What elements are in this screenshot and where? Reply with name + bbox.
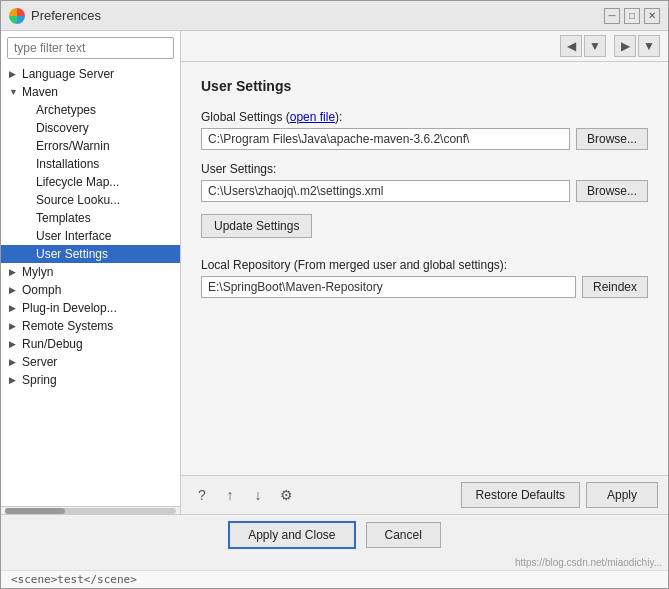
local-repo-label: Local Repository (From merged user and g… xyxy=(201,258,648,272)
window-title: Preferences xyxy=(31,8,604,23)
forward-dropdown-button[interactable]: ▼ xyxy=(638,35,660,57)
footer-bar: Apply and Close Cancel xyxy=(1,514,668,555)
section-title: User Settings xyxy=(201,78,648,94)
restore-defaults-button[interactable]: Restore Defaults xyxy=(461,482,580,508)
tree-item-plug-in-development[interactable]: ▶Plug-in Develop... xyxy=(1,299,180,317)
user-settings-row: Browse... xyxy=(201,180,648,202)
tree-area: ▶Language Server▼MavenArchetypesDiscover… xyxy=(1,65,180,506)
back-button[interactable]: ◀ xyxy=(560,35,582,57)
minimize-button[interactable]: ─ xyxy=(604,8,620,24)
tree-item-mylyn[interactable]: ▶Mylyn xyxy=(1,263,180,281)
collapsed-arrow-icon: ▶ xyxy=(9,69,19,79)
tree-item-installations[interactable]: Installations xyxy=(1,155,180,173)
update-settings-button[interactable]: Update Settings xyxy=(201,214,312,238)
collapsed-arrow-icon: ▶ xyxy=(9,285,19,295)
tree-item-run-debug[interactable]: ▶Run/Debug xyxy=(1,335,180,353)
import-button[interactable]: ↓ xyxy=(247,484,269,506)
code-preview: <scene>test</scene> xyxy=(1,570,668,588)
local-repo-row: Reindex xyxy=(201,276,648,298)
tree-item-lifecycle-mapping[interactable]: Lifecycle Map... xyxy=(1,173,180,191)
preferences-button[interactable]: ⚙ xyxy=(275,484,297,506)
expanded-arrow-icon: ▼ xyxy=(9,87,19,97)
preferences-window: Preferences ─ □ ✕ ▶Language Server▼Maven… xyxy=(0,0,669,589)
scrollbar-track[interactable] xyxy=(5,508,176,514)
global-settings-browse-button[interactable]: Browse... xyxy=(576,128,648,150)
reindex-button[interactable]: Reindex xyxy=(582,276,648,298)
help-button[interactable]: ? xyxy=(191,484,213,506)
collapsed-arrow-icon: ▶ xyxy=(9,321,19,331)
scrollbar-thumb[interactable] xyxy=(5,508,65,514)
right-content: User Settings Global Settings (open file… xyxy=(181,62,668,475)
right-toolbar: ◀ ▼ ▶ ▼ xyxy=(181,31,668,62)
user-settings-input[interactable] xyxy=(201,180,570,202)
collapsed-arrow-icon: ▶ xyxy=(9,339,19,349)
tree-item-server[interactable]: ▶Server xyxy=(1,353,180,371)
back-dropdown-button[interactable]: ▼ xyxy=(584,35,606,57)
filter-input[interactable] xyxy=(7,37,174,59)
tree-item-language-server[interactable]: ▶Language Server xyxy=(1,65,180,83)
tree-item-templates[interactable]: Templates xyxy=(1,209,180,227)
right-panel: ◀ ▼ ▶ ▼ User Settings Global Settings (o… xyxy=(181,31,668,514)
bottom-action-bar: ? ↑ ↓ ⚙ Restore Defaults Apply xyxy=(181,475,668,514)
bottom-icons: ? ↑ ↓ ⚙ xyxy=(191,484,297,506)
tree-item-archetypes[interactable]: Archetypes xyxy=(1,101,180,119)
collapsed-arrow-icon: ▶ xyxy=(9,375,19,385)
forward-button[interactable]: ▶ xyxy=(614,35,636,57)
cancel-button[interactable]: Cancel xyxy=(366,522,441,548)
user-settings-browse-button[interactable]: Browse... xyxy=(576,180,648,202)
tree-item-discovery[interactable]: Discovery xyxy=(1,119,180,137)
tree-item-remote-systems[interactable]: ▶Remote Systems xyxy=(1,317,180,335)
user-settings-label: User Settings: xyxy=(201,162,648,176)
apply-button[interactable]: Apply xyxy=(586,482,658,508)
tree-item-maven[interactable]: ▼Maven xyxy=(1,83,180,101)
main-content: ▶Language Server▼MavenArchetypesDiscover… xyxy=(1,31,668,514)
local-repo-input[interactable] xyxy=(201,276,576,298)
tree-item-user-interface[interactable]: User Interface xyxy=(1,227,180,245)
global-settings-row: Browse... xyxy=(201,128,648,150)
watermark: https://blog.csdn.net/miaodichiy... xyxy=(1,555,668,570)
collapsed-arrow-icon: ▶ xyxy=(9,303,19,313)
global-settings-input[interactable] xyxy=(201,128,570,150)
export-button[interactable]: ↑ xyxy=(219,484,241,506)
apply-close-button[interactable]: Apply and Close xyxy=(228,521,355,549)
window-controls: ─ □ ✕ xyxy=(604,8,660,24)
eclipse-icon xyxy=(9,8,25,24)
global-settings-label: Global Settings (open file): xyxy=(201,110,648,124)
tree-item-spring[interactable]: ▶Spring xyxy=(1,371,180,389)
maximize-button[interactable]: □ xyxy=(624,8,640,24)
title-bar: Preferences ─ □ ✕ xyxy=(1,1,668,31)
open-file-link[interactable]: open file xyxy=(290,110,335,124)
collapsed-arrow-icon: ▶ xyxy=(9,267,19,277)
tree-item-user-settings[interactable]: User Settings xyxy=(1,245,180,263)
close-button[interactable]: ✕ xyxy=(644,8,660,24)
left-panel: ▶Language Server▼MavenArchetypesDiscover… xyxy=(1,31,181,514)
tree-item-source-lookup[interactable]: Source Looku... xyxy=(1,191,180,209)
tree-item-errors-warnings[interactable]: Errors/Warnin xyxy=(1,137,180,155)
collapsed-arrow-icon: ▶ xyxy=(9,357,19,367)
horizontal-scrollbar[interactable] xyxy=(1,506,180,514)
tree-item-oomph[interactable]: ▶Oomph xyxy=(1,281,180,299)
